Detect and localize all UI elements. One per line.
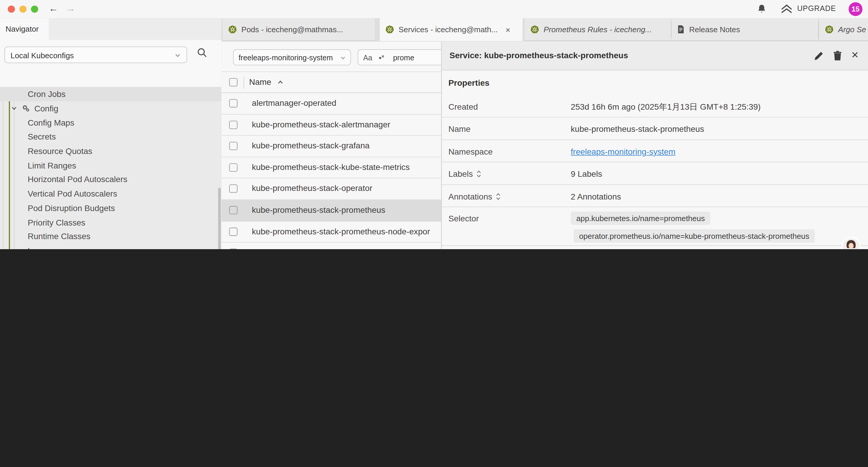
tab-argo[interactable]: Argo Se	[819, 18, 868, 41]
sidebar-item-runtime-classes[interactable]: Runtime Classes	[0, 229, 221, 243]
tab-separator	[818, 22, 819, 38]
kubeconfig-selector-value: Local Kubeconfigs	[11, 51, 74, 60]
table-row[interactable]: kube-prometheus-stack-grafana	[221, 136, 441, 157]
sidebar-item-pod-disruption-budgets[interactable]: Pod Disruption Budgets	[0, 201, 221, 215]
search-icon[interactable]	[196, 47, 208, 58]
property-row-name: Name kube-prometheus-stack-prometheus	[442, 118, 868, 140]
table-row[interactable]: kube-prometheus-stack-thanos-ruler	[221, 243, 441, 249]
kubeconfig-selector[interactable]: Local Kubeconfigs	[4, 47, 187, 63]
tab-label: Pods - icecheng@mathmas...	[241, 25, 343, 34]
select-all-checkbox[interactable]	[229, 78, 238, 86]
kubernetes-icon	[385, 25, 394, 34]
row-checkbox[interactable]	[229, 142, 238, 150]
filter-input[interactable]: Aa ▪* prome	[358, 49, 441, 65]
minimize-traffic-light[interactable]	[20, 6, 27, 13]
sidebar-item-horizontal-pod-autoscalers[interactable]: Horizontal Pod Autoscalers	[0, 172, 221, 186]
sidebar-item-limit-ranges[interactable]: Limit Ranges	[0, 158, 221, 172]
navigator-panel-title: Navigator	[0, 18, 49, 40]
sidebar-item-secrets[interactable]: Secrets	[0, 130, 221, 144]
tab-label: Services - icecheng@math...	[399, 25, 498, 34]
sort-ascending-icon[interactable]	[277, 79, 284, 86]
document-icon	[677, 25, 685, 34]
table-row[interactable]: kube-prometheus-stack-alertmanager	[221, 114, 441, 136]
sidebar-item-cron-jobs[interactable]: Cron Jobs	[0, 87, 221, 101]
tab-pods[interactable]: Pods - icecheng@mathmas...	[222, 18, 375, 41]
close-icon[interactable]: ×	[851, 48, 862, 59]
row-checkbox[interactable]	[229, 227, 238, 236]
sidebar-item-config[interactable]: Config	[0, 101, 221, 115]
tab-prometheus-rules[interactable]: Prometheus Rules - icecheng...	[525, 18, 671, 41]
property-row-type: Type ClusterIP	[442, 246, 868, 249]
row-checkbox[interactable]	[229, 121, 238, 129]
notification-count-badge[interactable]: 15	[848, 2, 862, 16]
service-detail-panel: Service: kube-prometheus-stack-prometheu…	[441, 42, 868, 249]
tab-release-notes[interactable]: Release Notes	[672, 18, 818, 41]
sidebar-item-config-maps[interactable]: Config Maps	[0, 115, 221, 129]
header-divider	[243, 77, 244, 89]
resource-tree: Cron Jobs Config Config Maps Secrets Res…	[0, 87, 221, 249]
avatar[interactable]	[841, 237, 861, 249]
chevron-down-icon	[340, 55, 346, 61]
property-row-labels: Labels 9 Labels	[442, 162, 868, 185]
tab-strip: Pods - icecheng@mathmas... Services - ic…	[221, 18, 868, 42]
expand-toggle-icon[interactable]	[476, 170, 482, 178]
app-window: ← → UPGRADE 15 Navigator Local Kubeconfi…	[0, 0, 868, 249]
expand-toggle-icon[interactable]	[495, 193, 501, 200]
chevron-down-icon	[174, 52, 181, 59]
namespace-link[interactable]: freeleaps-monitoring-system	[571, 147, 676, 156]
bell-icon[interactable]	[757, 4, 766, 14]
match-case-toggle[interactable]: Aa	[363, 54, 372, 62]
chevron-down-icon	[11, 105, 18, 112]
kubeconfig-row: Local Kubeconfigs	[0, 40, 221, 87]
sidebar-item-priority-classes[interactable]: Priority Classes	[0, 215, 221, 229]
namespace-selector[interactable]: freeleaps-monitoring-system	[233, 49, 351, 65]
selector-chip: app.kubernetes.io/name=prometheus	[571, 212, 711, 225]
upgrade-label[interactable]: UPGRADE	[797, 4, 836, 13]
table-header: Name	[221, 72, 441, 93]
row-checkbox[interactable]	[229, 99, 238, 107]
column-header-name[interactable]: Name	[249, 77, 271, 86]
property-row-created: Created 253d 16h 6m ago (2025年1月13日 GMT+…	[442, 95, 868, 118]
list-toolbar: freeleaps-monitoring-system Aa ▪* prome	[221, 42, 441, 72]
regex-toggle[interactable]: ▪*	[379, 54, 384, 62]
back-arrow-icon[interactable]: ←	[49, 2, 58, 16]
table-row[interactable]: kube-prometheus-stack-prometheus-node-ex…	[221, 222, 441, 243]
upgrade-icon[interactable]	[781, 4, 792, 14]
row-checkbox[interactable]	[229, 206, 238, 214]
close-icon[interactable]: ×	[505, 25, 510, 34]
detail-title: Service: kube-prometheus-stack-prometheu…	[450, 51, 628, 60]
delete-trash-icon[interactable]	[832, 51, 843, 61]
table-row[interactable]: alertmanager-operated	[221, 93, 441, 114]
kubernetes-icon	[530, 25, 539, 34]
properties-section-heading: Properties	[448, 78, 490, 87]
edit-pencil-icon[interactable]	[813, 51, 824, 61]
tab-services[interactable]: Services - icecheng@math... ×	[380, 18, 522, 41]
detail-header: Service: kube-prometheus-stack-prometheu…	[442, 42, 868, 70]
sidebar-item-resource-quotas[interactable]: Resource Quotas	[0, 144, 221, 158]
namespace-selector-value: freeleaps-monitoring-system	[239, 54, 333, 62]
forward-arrow-icon[interactable]: →	[66, 2, 75, 16]
kubernetes-icon	[825, 25, 834, 34]
maximize-traffic-light[interactable]	[31, 6, 38, 13]
close-traffic-light[interactable]	[8, 6, 15, 13]
selector-chip: operator.prometheus.io/name=kube-prometh…	[574, 229, 815, 243]
sidebar-item-vertical-pod-autoscalers[interactable]: Vertical Pod Autoscalers	[0, 186, 221, 201]
row-checkbox[interactable]	[229, 163, 238, 171]
gears-icon	[22, 104, 30, 112]
tab-label: Prometheus Rules - icecheng...	[544, 25, 652, 34]
row-checkbox[interactable]	[229, 185, 238, 193]
property-row-selector: Selector app.kubernetes.io/name=promethe…	[442, 207, 868, 246]
row-checkbox[interactable]	[229, 249, 238, 249]
table-row[interactable]: kube-prometheus-stack-operator	[221, 178, 441, 200]
window-titlebar: ← → UPGRADE 15	[0, 0, 868, 19]
property-row-annotations: Annotations 2 Annotations	[442, 185, 868, 207]
property-row-namespace: Namespace freeleaps-monitoring-system	[442, 140, 868, 163]
filter-value: prome	[393, 54, 414, 62]
table-row-selected[interactable]: kube-prometheus-stack-prometheus	[221, 200, 441, 221]
services-content: freeleaps-monitoring-system Aa ▪* prome …	[221, 42, 441, 249]
main-area: Pods - icecheng@mathmas... Services - ic…	[221, 18, 868, 249]
table-row[interactable]: kube-prometheus-stack-kube-state-metrics	[221, 157, 441, 178]
sidebar-scrollbar[interactable]	[218, 188, 221, 249]
navigator-sidebar: Navigator Local Kubeconfigs Cron Jobs Co…	[0, 18, 222, 249]
sidebar-item-leases[interactable]: Leases	[0, 243, 221, 249]
